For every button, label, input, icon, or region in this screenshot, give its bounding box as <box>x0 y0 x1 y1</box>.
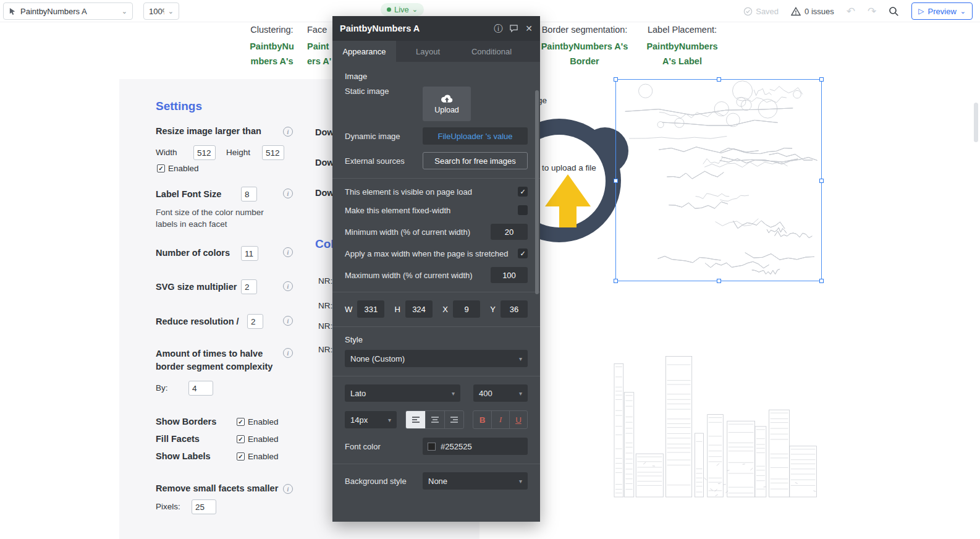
visible-on-load-checkbox[interactable]: ✓ <box>518 187 528 197</box>
header-label: Border segmentation: <box>533 25 636 35</box>
remove-small-facets-label: Remove small facets smaller <box>156 483 278 493</box>
header-clustering[interactable]: Clustering: PaintbyNu mbers A's <box>237 25 306 69</box>
zoom-dropdown[interactable]: 100% ⌄ <box>143 2 179 20</box>
italic-button[interactable]: I <box>491 411 509 428</box>
chevron-down-icon: ⌄ <box>960 8 966 15</box>
line-art-preview-image <box>616 80 821 281</box>
background-style-label: Background style <box>345 477 407 486</box>
static-image-label: Static image <box>345 87 389 96</box>
info-icon[interactable]: i <box>283 247 293 257</box>
info-icon[interactable]: i <box>283 316 293 326</box>
element-selector-dropdown[interactable]: PaintbyNumbers A ⌄ <box>3 2 133 20</box>
live-version-dropdown[interactable]: Live ⌄ <box>381 3 424 16</box>
show-borders-checkbox[interactable]: ✓ Enabled <box>237 417 279 427</box>
undo-icon[interactable]: ↶ <box>847 6 855 17</box>
redo-icon[interactable]: ↷ <box>868 6 876 17</box>
tab-appearance[interactable]: Appearance <box>332 41 396 62</box>
property-editor-panel: PaintbyNumbers A ⓘ ✕ Appearance Layout C… <box>332 16 540 522</box>
resize-handle[interactable] <box>717 279 721 283</box>
font-color-input[interactable]: #252525 <box>423 438 528 455</box>
dynamic-image-label: Dynamic image <box>345 132 400 141</box>
selected-image-element[interactable] <box>615 79 822 281</box>
resize-handle[interactable] <box>614 279 618 283</box>
dropdown-arrow-icon: ▾ <box>519 355 522 362</box>
width-label: Width <box>156 148 177 157</box>
resize-handle[interactable] <box>819 279 824 283</box>
visible-on-load-label: This element is visible on page load <box>345 187 472 197</box>
issues-indicator[interactable]: 0 issues <box>791 7 834 16</box>
show-labels-label: Show Labels <box>156 451 211 461</box>
info-icon[interactable]: i <box>283 281 293 291</box>
tab-layout[interactable]: Layout <box>396 41 460 62</box>
panel-scrollbar[interactable] <box>535 90 539 294</box>
color-swatch <box>428 443 436 451</box>
resize-handle[interactable] <box>614 179 618 183</box>
comment-icon[interactable] <box>509 24 518 33</box>
x-input[interactable] <box>453 300 480 318</box>
w-input[interactable] <box>357 300 384 318</box>
fill-facets-checkbox[interactable]: ✓ Enabled <box>237 435 279 444</box>
tab-conditional[interactable]: Conditional <box>460 41 523 62</box>
align-left-button[interactable] <box>406 411 425 428</box>
resize-handle[interactable] <box>819 179 824 183</box>
font-weight-dropdown[interactable]: 400 ▾ <box>473 384 528 402</box>
dynamic-expression: mbers A's <box>237 54 306 69</box>
align-right-button[interactable] <box>444 411 463 428</box>
label-font-size-label: Label Font Size <box>156 189 221 199</box>
fixed-width-checkbox[interactable] <box>518 205 528 215</box>
style-dropdown[interactable]: None (Custom) ▾ <box>345 350 528 367</box>
info-icon[interactable]: i <box>283 484 293 494</box>
align-center-button[interactable] <box>425 411 444 428</box>
label-font-size-input[interactable] <box>241 187 257 202</box>
close-icon[interactable]: ✕ <box>525 24 533 33</box>
svg-multiplier-input[interactable] <box>241 279 257 294</box>
y-input[interactable] <box>501 300 528 318</box>
reduce-resolution-label: Reduce resolution / <box>156 316 239 326</box>
underline-button[interactable]: U <box>509 411 527 428</box>
resize-handle[interactable] <box>717 77 721 82</box>
property-editor-titlebar[interactable]: PaintbyNumbers A ⓘ ✕ <box>332 16 540 41</box>
width-input[interactable] <box>193 145 216 160</box>
x-label: X <box>442 305 448 314</box>
upload-button[interactable]: Upload <box>423 87 471 121</box>
reduce-resolution-input[interactable] <box>247 314 263 329</box>
dynamic-image-expression[interactable]: FileUploader 's value <box>423 127 528 145</box>
show-labels-checkbox[interactable]: ✓ Enabled <box>237 452 279 461</box>
bold-button[interactable]: B <box>473 411 491 428</box>
background-style-dropdown[interactable]: None ▾ <box>423 472 528 490</box>
number-of-colors-input[interactable] <box>241 246 258 261</box>
height-input[interactable] <box>262 145 284 160</box>
info-icon[interactable]: i <box>283 348 293 358</box>
max-width-input[interactable] <box>491 267 528 283</box>
city-line-art-image[interactable] <box>612 303 822 501</box>
header-label-placement[interactable]: Label Placement: PaintbyNumbers A's Labe… <box>636 25 728 69</box>
header-border-segmentation[interactable]: Border segmentation: PaintbyNumbers A's … <box>533 25 636 69</box>
info-icon[interactable]: i <box>283 127 293 137</box>
font-family-dropdown[interactable]: Lato ▾ <box>345 384 460 402</box>
info-icon[interactable]: ⓘ <box>494 24 502 33</box>
info-icon[interactable]: i <box>283 189 293 198</box>
fill-facets-label: Fill Facets <box>156 434 200 444</box>
upload-text-fragment: to upload a file <box>542 163 596 172</box>
resize-handle[interactable] <box>819 77 824 82</box>
preview-button[interactable]: ▷ Preview ⌄ <box>911 2 973 20</box>
nr-label: NR: <box>318 345 332 354</box>
max-width-toggle-checkbox[interactable]: ✓ <box>518 248 528 258</box>
dynamic-expression: PaintbyNumbers <box>636 39 728 54</box>
pixels-input[interactable] <box>192 499 216 514</box>
download-label-fragment: Dow <box>315 158 334 168</box>
fixed-width-label: Make this element fixed-width <box>345 206 450 215</box>
halve-by-input[interactable] <box>188 381 213 396</box>
enabled-label: Enabled <box>248 452 279 461</box>
check-icon: ✓ <box>520 250 525 258</box>
font-size-dropdown[interactable]: 14px ▾ <box>345 411 397 428</box>
search-icon[interactable] <box>889 6 899 17</box>
h-input[interactable] <box>405 300 433 318</box>
vertical-scrollbar[interactable] <box>974 103 978 142</box>
resize-enabled-checkbox[interactable]: ✓ Enabled <box>157 164 199 173</box>
max-width-label: Maximum width (% of current width) <box>345 271 473 280</box>
pixels-label: Pixels: <box>156 502 180 511</box>
search-free-images-button[interactable]: Search for free images <box>423 152 528 169</box>
min-width-input[interactable] <box>491 224 528 240</box>
resize-handle[interactable] <box>614 77 618 82</box>
